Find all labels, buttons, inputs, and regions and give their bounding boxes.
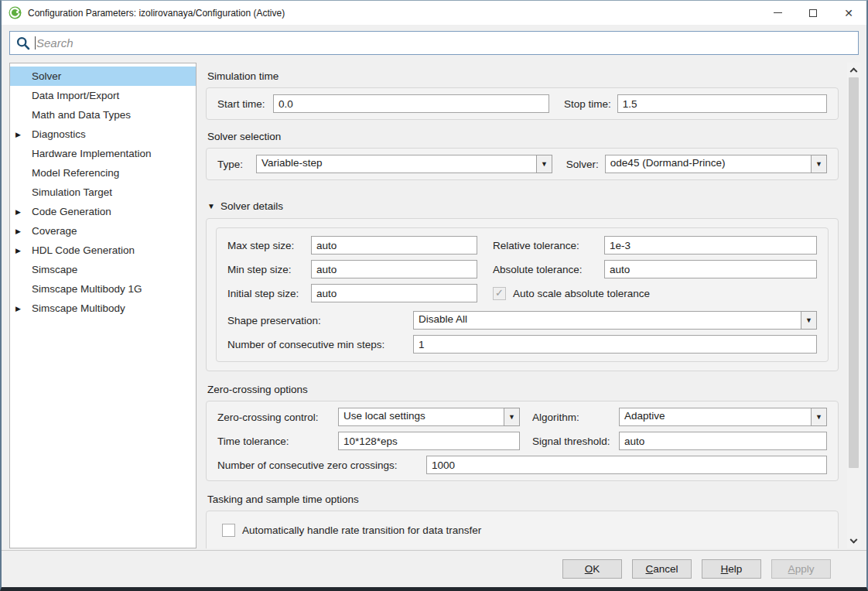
expand-arrow-icon[interactable]: ▶: [10, 227, 29, 235]
sidebar-item-hdl-code-generation[interactable]: ▶HDL Code Generation: [10, 241, 196, 260]
time-tolerance-label: Time tolerance:: [217, 436, 332, 447]
signal-threshold-field[interactable]: [619, 432, 827, 450]
zero-crossing-control-value: Use local settings: [338, 408, 504, 426]
search-icon: [16, 36, 30, 50]
solver-details-toggle[interactable]: ▼ Solver details: [207, 200, 839, 212]
simulation-time-heading: Simulation time: [207, 70, 839, 82]
type-label: Type:: [217, 159, 250, 170]
consecutive-min-steps-field[interactable]: [413, 335, 817, 354]
app-icon: [9, 6, 22, 19]
window-controls: ✕: [760, 1, 866, 25]
configuration-parameters-dialog: Configuration Parameters: izolirovanaya/…: [0, 0, 868, 591]
sidebar-item-code-generation[interactable]: ▶Code Generation: [10, 202, 196, 221]
auto-rate-transition-label: Automatically handle rate transition for…: [242, 524, 481, 536]
algorithm-label: Algorithm:: [526, 412, 613, 423]
expand-arrow-icon[interactable]: ▶: [10, 208, 29, 216]
zero-crossing-heading: Zero-crossing options: [207, 384, 839, 395]
expand-arrow-icon[interactable]: ▶: [10, 247, 29, 255]
expand-arrow-icon[interactable]: ▶: [10, 131, 29, 138]
sidebar-item-data-import-export[interactable]: Data Import/Export: [10, 86, 196, 105]
maximize-button[interactable]: [795, 1, 831, 25]
sidebar-item-simscape-multibody[interactable]: ▶Simscape Multibody: [10, 299, 196, 318]
type-dropdown-value: Variable-step: [256, 155, 537, 173]
algorithm-dropdown[interactable]: Adaptive ▼: [619, 408, 827, 426]
shape-preservation-dropdown[interactable]: Disable All ▼: [413, 311, 817, 330]
initial-step-label: Initial step size:: [227, 288, 305, 299]
sidebar-item-simscape[interactable]: Simscape: [10, 260, 196, 279]
solver-details-panel: Max step size: Relative tolerance: Min s…: [206, 218, 839, 371]
sidebar-item-label: Simscape Multibody: [29, 302, 125, 314]
chevron-down-icon[interactable]: ▼: [504, 408, 520, 426]
solver-selection-heading: Solver selection: [207, 131, 839, 142]
solver-label: Solver:: [559, 159, 599, 170]
sidebar-item-hardware-implementation[interactable]: Hardware Implementation: [10, 144, 196, 163]
sidebar-item-label: Coverage: [29, 225, 77, 237]
sidebar-item-simulation-target[interactable]: Simulation Target: [10, 183, 196, 202]
start-time-label: Start time:: [217, 98, 267, 110]
ok-button[interactable]: OK: [562, 559, 622, 579]
sidebar-item-label: HDL Code Generation: [29, 244, 135, 256]
sidebar-item-label: Simulation Target: [29, 186, 112, 198]
window-title: Configuration Parameters: izolirovanaya/…: [28, 8, 760, 19]
min-step-field[interactable]: [311, 260, 477, 278]
time-tolerance-field[interactable]: [338, 432, 520, 450]
solver-selection-panel: Type: Variable-step ▼ Solver: ode45 (Dor…: [206, 148, 839, 180]
scrollbar-track[interactable]: [847, 76, 860, 535]
initial-step-field[interactable]: [311, 284, 477, 302]
sidebar-item-model-referencing[interactable]: Model Referencing: [10, 163, 196, 183]
minimize-icon: [774, 12, 782, 13]
shape-preservation-label: Shape preservation:: [227, 315, 407, 326]
consecutive-min-steps-label: Number of consecutive min steps:: [227, 339, 407, 350]
text-caret: [35, 36, 36, 50]
sidebar-item-math-and-data-types[interactable]: Math and Data Types: [10, 105, 196, 125]
sidebar-item-label: Hardware Implementation: [29, 148, 152, 159]
auto-rate-transition-checkbox[interactable]: [222, 524, 235, 537]
type-dropdown[interactable]: Variable-step ▼: [256, 155, 552, 173]
tasking-panel: Automatically handle rate transition for…: [206, 511, 839, 548]
start-time-field[interactable]: [273, 94, 549, 113]
sidebar-item-label: Math and Data Types: [29, 109, 131, 121]
search-box[interactable]: [9, 31, 859, 55]
help-button[interactable]: Help: [702, 559, 761, 579]
title-bar: Configuration Parameters: izolirovanaya/…: [2, 1, 866, 25]
chevron-down-icon[interactable]: ▼: [811, 408, 827, 426]
sidebar-item-simscape-multibody-1g[interactable]: Simscape Multibody 1G: [10, 279, 196, 299]
chevron-down-icon[interactable]: ▼: [801, 311, 817, 330]
chevron-down-icon[interactable]: ▼: [811, 155, 827, 173]
sidebar-item-label: Model Referencing: [29, 167, 119, 179]
search-row: [2, 25, 866, 60]
tasking-heading: Tasking and sample time options: [207, 494, 839, 505]
chevron-down-icon[interactable]: ▼: [536, 155, 552, 173]
scrollbar-thumb[interactable]: [849, 77, 859, 468]
auto-scale-checkbox: [493, 287, 506, 300]
zero-crossing-control-dropdown[interactable]: Use local settings ▼: [338, 408, 520, 426]
sidebar-list: SolverData Import/ExportMath and Data Ty…: [9, 63, 196, 548]
scroll-down-button[interactable]: [847, 535, 860, 548]
consecutive-zero-crossings-field[interactable]: [426, 456, 827, 474]
absolute-tolerance-field[interactable]: [604, 260, 817, 278]
sidebar-item-solver[interactable]: Solver: [10, 67, 196, 86]
minimize-button[interactable]: [760, 1, 795, 25]
max-step-field[interactable]: [311, 236, 477, 255]
close-button[interactable]: ✕: [831, 1, 866, 25]
sidebar-item-label: Code Generation: [29, 206, 111, 217]
solver-dropdown[interactable]: ode45 (Dormand-Prince) ▼: [605, 155, 827, 173]
expand-arrow-icon[interactable]: ▶: [10, 305, 29, 313]
sidebar-item-diagnostics[interactable]: ▶Diagnostics: [10, 125, 196, 144]
scroll-up-button[interactable]: [847, 63, 860, 76]
solver-details-heading: Solver details: [220, 200, 283, 212]
chevron-down-icon: [850, 536, 858, 544]
apply-button[interactable]: Apply: [771, 559, 831, 579]
sidebar-item-label: Solver: [29, 70, 61, 82]
chevron-up-icon: [850, 67, 858, 75]
stop-time-field[interactable]: [617, 94, 827, 113]
algorithm-value: Adaptive: [619, 408, 812, 426]
sidebar-item-label: Diagnostics: [29, 128, 86, 140]
stop-time-label: Stop time:: [555, 98, 611, 110]
vertical-scrollbar[interactable]: [847, 63, 860, 548]
sidebar-item-coverage[interactable]: ▶Coverage: [10, 221, 196, 241]
cancel-button[interactable]: Cancel: [632, 559, 692, 579]
search-input[interactable]: [36, 36, 852, 50]
relative-tolerance-field[interactable]: [604, 236, 817, 255]
close-icon: ✕: [844, 8, 853, 19]
